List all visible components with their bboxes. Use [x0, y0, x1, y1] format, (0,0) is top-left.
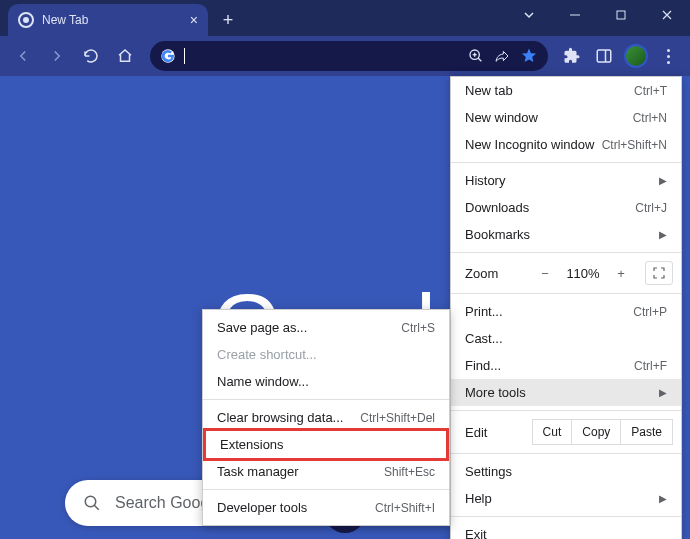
- menu-zoom-row: Zoom − 110% +: [451, 257, 681, 289]
- zoom-out-button[interactable]: −: [533, 261, 557, 285]
- new-tab-button[interactable]: +: [214, 6, 242, 34]
- caret-down-icon[interactable]: [506, 0, 552, 30]
- forward-button[interactable]: [42, 41, 72, 71]
- menu-more-tools[interactable]: More tools▶: [451, 379, 681, 406]
- menu-cast[interactable]: Cast...: [451, 325, 681, 352]
- tab-title: New Tab: [42, 13, 182, 27]
- omnibox[interactable]: [150, 41, 548, 71]
- more-tools-submenu: Save page as...Ctrl+S Create shortcut...…: [202, 309, 450, 526]
- bookmark-star-icon[interactable]: [520, 47, 538, 65]
- back-button[interactable]: [8, 41, 38, 71]
- chrome-tab-icon: [18, 12, 34, 28]
- menu-separator: [451, 453, 681, 454]
- copy-button[interactable]: Copy: [571, 419, 621, 445]
- extensions-puzzle-icon[interactable]: [558, 42, 586, 70]
- maximize-button[interactable]: [598, 0, 644, 30]
- svg-line-10: [94, 505, 99, 510]
- tab-close-icon[interactable]: ×: [190, 12, 198, 28]
- google-g-icon: [160, 48, 176, 64]
- menu-separator: [451, 162, 681, 163]
- edit-label: Edit: [465, 425, 533, 440]
- paste-button[interactable]: Paste: [620, 419, 673, 445]
- submenu-separator: [203, 489, 449, 490]
- svg-point-9: [85, 496, 96, 507]
- submenu-extensions[interactable]: Extensions: [206, 431, 446, 458]
- extensions-highlight: Extensions: [203, 428, 449, 461]
- menu-separator: [451, 516, 681, 517]
- menu-history[interactable]: History▶: [451, 167, 681, 194]
- reload-button[interactable]: [76, 41, 106, 71]
- menu-incognito[interactable]: New Incognito windowCtrl+Shift+N: [451, 131, 681, 158]
- menu-new-window[interactable]: New windowCtrl+N: [451, 104, 681, 131]
- submenu-separator: [203, 399, 449, 400]
- home-button[interactable]: [110, 41, 140, 71]
- menu-help[interactable]: Help▶: [451, 485, 681, 512]
- menu-find[interactable]: Find...Ctrl+F: [451, 352, 681, 379]
- zoom-label: Zoom: [465, 266, 527, 281]
- menu-downloads[interactable]: DownloadsCtrl+J: [451, 194, 681, 221]
- toolbar: [0, 36, 690, 76]
- menu-button[interactable]: [654, 42, 682, 70]
- main-menu: New tabCtrl+T New windowCtrl+N New Incog…: [450, 76, 682, 539]
- zoom-in-button[interactable]: +: [609, 261, 633, 285]
- share-icon[interactable]: [494, 48, 510, 64]
- submenu-clear-browsing[interactable]: Clear browsing data...Ctrl+Shift+Del: [203, 404, 449, 431]
- menu-bookmarks[interactable]: Bookmarks▶: [451, 221, 681, 248]
- zoom-icon[interactable]: [468, 48, 484, 64]
- browser-tab[interactable]: New Tab ×: [8, 4, 208, 36]
- menu-exit[interactable]: Exit: [451, 521, 681, 539]
- menu-separator: [451, 293, 681, 294]
- zoom-value: 110%: [563, 266, 603, 281]
- titlebar: New Tab × +: [0, 0, 690, 36]
- profile-avatar[interactable]: [622, 42, 650, 70]
- submenu-task-manager[interactable]: Task managerShift+Esc: [203, 458, 449, 485]
- search-icon: [83, 494, 101, 512]
- menu-settings[interactable]: Settings: [451, 458, 681, 485]
- menu-edit-row: Edit Cut Copy Paste: [451, 415, 681, 449]
- omnibox-input[interactable]: [193, 49, 460, 64]
- menu-separator: [451, 410, 681, 411]
- side-panel-icon[interactable]: [590, 42, 618, 70]
- menu-new-tab[interactable]: New tabCtrl+T: [451, 77, 681, 104]
- submenu-save-page[interactable]: Save page as...Ctrl+S: [203, 314, 449, 341]
- window-controls: [506, 0, 690, 30]
- menu-separator: [451, 252, 681, 253]
- svg-line-4: [478, 58, 481, 61]
- menu-print[interactable]: Print...Ctrl+P: [451, 298, 681, 325]
- svg-rect-1: [617, 11, 625, 19]
- svg-rect-7: [597, 50, 611, 62]
- submenu-name-window[interactable]: Name window...: [203, 368, 449, 395]
- close-button[interactable]: [644, 0, 690, 30]
- cut-button[interactable]: Cut: [532, 419, 573, 445]
- submenu-dev-tools[interactable]: Developer toolsCtrl+Shift+I: [203, 494, 449, 521]
- text-cursor: [184, 48, 185, 64]
- fullscreen-button[interactable]: [645, 261, 673, 285]
- submenu-create-shortcut: Create shortcut...: [203, 341, 449, 368]
- minimize-button[interactable]: [552, 0, 598, 30]
